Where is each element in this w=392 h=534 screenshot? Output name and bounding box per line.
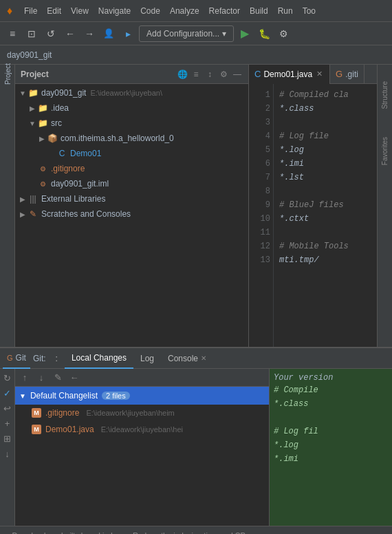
refresh-button[interactable]: ↺ xyxy=(43,25,59,42)
demo01-filename: Demo01.java xyxy=(45,425,94,434)
console-tab[interactable]: Console ✕ xyxy=(161,348,213,369)
structure-label[interactable]: Structure xyxy=(381,81,389,109)
menu-refactor[interactable]: Refactor xyxy=(204,3,245,19)
file-row-gitignore[interactable]: M .gitignore E:\ideawork\jiuyeban\heim xyxy=(15,405,269,421)
external-label: External Libraries xyxy=(41,194,105,204)
file-row-demo01[interactable]: M Demo01.java E:\ideawork\jiuyeban\hei xyxy=(15,421,269,438)
globe-icon[interactable]: 🌐 xyxy=(177,69,188,80)
tree-gitignore[interactable]: ▶ ⚙ .gitignore xyxy=(25,161,248,176)
app-icon: ♦ xyxy=(3,4,17,18)
console-close[interactable]: ✕ xyxy=(201,354,206,362)
menu-code[interactable]: Code xyxy=(135,3,165,19)
add-config-label: Add Configuration... xyxy=(146,29,219,39)
tree-demo01[interactable]: ▶ C Demo01 xyxy=(44,146,248,161)
external-icon: ||| xyxy=(28,193,39,204)
code-line-3 xyxy=(279,116,371,129)
com-arrow: ▶ xyxy=(37,134,47,143)
menu-run[interactable]: Run xyxy=(273,3,298,19)
back-button[interactable]: ← xyxy=(62,25,78,42)
hamburger-button[interactable]: ≡ xyxy=(4,25,21,42)
tree-external[interactable]: ▶ ||| External Libraries xyxy=(15,191,248,206)
gitignore-filepath: E:\ideawork\jiuyeban\heim xyxy=(86,409,174,417)
menu-too[interactable]: Too xyxy=(298,3,320,19)
tree-idea[interactable]: ▶ 📁 .idea xyxy=(25,100,248,116)
demo01-tab-label: Demo01.java xyxy=(263,70,312,79)
forward-button[interactable]: → xyxy=(81,25,98,42)
git-tab[interactable]: G Git xyxy=(3,348,30,369)
project-button[interactable]: ⊡ xyxy=(23,25,40,42)
code-line-5: *.log xyxy=(279,143,371,157)
git-up-icon[interactable]: ↑ xyxy=(18,371,32,385)
dash-icon[interactable]: — xyxy=(232,69,243,80)
run-button[interactable]: ▶ xyxy=(237,25,253,42)
toolbar: ≡ ⊡ ↺ ← → 👤 ▸ Add Configuration... ▾ ▶ 🐛… xyxy=(0,22,392,45)
debug-button[interactable]: 🐛 xyxy=(256,25,272,42)
code-line-6: *.imi xyxy=(279,157,371,171)
tree-scratches[interactable]: ▶ ✎ Scratches and Consoles xyxy=(15,206,248,222)
demo01-tab-close[interactable]: ✕ xyxy=(315,70,324,78)
git-code-6: *.imi xyxy=(274,454,388,468)
download-status[interactable]: ↓ Download pre-built shared indexes: Red… xyxy=(6,531,246,535)
git-label-separator: : xyxy=(49,348,65,369)
sort-icon[interactable]: ↕ xyxy=(204,69,215,80)
menu-edit[interactable]: Edit xyxy=(42,3,66,19)
git-toolbar: ↑ ↓ ✎ ← xyxy=(15,369,269,387)
dropdown-icon: ▾ xyxy=(222,29,226,39)
tree-iml[interactable]: ▶ ⚙ day0901_git.iml xyxy=(25,176,248,191)
status-bar: ↓ Download pre-built shared indexes: Red… xyxy=(0,526,392,534)
layout-icon[interactable]: ≡ xyxy=(190,69,202,80)
settings-button[interactable]: ⚙ xyxy=(275,25,292,42)
add-icon[interactable]: + xyxy=(1,417,14,429)
menu-file[interactable]: File xyxy=(19,3,42,19)
line-numbers: 12345 678910 111213 xyxy=(249,84,274,347)
undo-icon[interactable]: ↩ xyxy=(1,402,14,414)
scratches-icon: ✎ xyxy=(28,209,39,220)
code-content[interactable]: # Compiled cla *.class # Log file *.log … xyxy=(274,84,377,347)
git-left-arrow-icon[interactable]: ← xyxy=(67,371,81,385)
iml-icon: ⚙ xyxy=(37,178,48,189)
code-line-7: *.lst xyxy=(279,171,371,184)
app-title: day0901_git xyxy=(7,50,52,60)
git-edit-icon[interactable]: ✎ xyxy=(51,371,65,385)
local-changes-tab[interactable]: Local Changes xyxy=(65,348,133,369)
project-header: Project 🌐 ≡ ↕ ⚙ — xyxy=(15,65,248,84)
tree-root[interactable]: ▼ 📁 day0901_git E:\ideawork\jiuyeban\ xyxy=(15,85,248,100)
project-side-icon[interactable]: Project xyxy=(1,67,14,80)
code-line-11 xyxy=(279,226,371,239)
idea-label: .idea xyxy=(51,103,69,113)
git-code-1: # Compile xyxy=(274,385,388,399)
diff-icon[interactable]: ⊞ xyxy=(1,432,14,445)
tree-com[interactable]: ▶ 📦 com.itheima.sh.a_helloworld_0 xyxy=(34,131,248,146)
git-right-header: Your version xyxy=(274,373,388,383)
git-tab-label: Git xyxy=(16,353,26,363)
menu-analyze[interactable]: Analyze xyxy=(165,3,204,19)
arrow-button[interactable]: ▸ xyxy=(120,25,136,42)
tree-src[interactable]: ▼ 📁 src xyxy=(25,116,248,131)
checkmark-icon[interactable]: ✓ xyxy=(1,387,14,399)
menu-build[interactable]: Build xyxy=(245,3,273,19)
local-changes-label: Local Changes xyxy=(72,353,127,363)
demo01-status-icon: M xyxy=(32,425,41,434)
log-label: Log xyxy=(140,354,154,363)
java-icon: C xyxy=(56,148,67,159)
favorites-label[interactable]: Favorites xyxy=(381,137,389,165)
git-down-icon[interactable]: ↓ xyxy=(34,371,48,385)
add-configuration-button[interactable]: Add Configuration... ▾ xyxy=(139,25,234,42)
log-tab[interactable]: Log xyxy=(133,348,161,369)
project-header-icons: 🌐 ≡ ↕ ⚙ — xyxy=(177,69,243,80)
changelist-header[interactable]: ▼ Default Changelist 2 files xyxy=(15,387,269,405)
code-line-10: *.ctxt xyxy=(279,212,371,226)
code-line-4: # Log file xyxy=(279,129,371,143)
tab-gitignore[interactable]: G .giti xyxy=(330,65,364,84)
root-label: day0901_git xyxy=(41,88,86,98)
refresh-git-icon[interactable]: ↻ xyxy=(1,372,14,384)
user-button[interactable]: 👤 xyxy=(100,25,117,42)
gear-icon[interactable]: ⚙ xyxy=(218,69,229,80)
menu-view[interactable]: View xyxy=(66,3,94,19)
file-tree: ▼ 📁 day0901_git E:\ideawork\jiuyeban\ ▶ … xyxy=(15,84,248,223)
project-panel: Project 🌐 ≡ ↕ ⚙ — ▼ 📁 day0901_git E:\ide… xyxy=(15,65,249,347)
tab-demo01[interactable]: C Demo01.java ✕ xyxy=(249,65,330,84)
download-icon[interactable]: ↓ xyxy=(1,447,14,460)
menu-navigate[interactable]: Navigate xyxy=(94,3,135,19)
bottom-tabs: G Git Git:: Local Changes Log Console ✕ xyxy=(0,348,392,369)
